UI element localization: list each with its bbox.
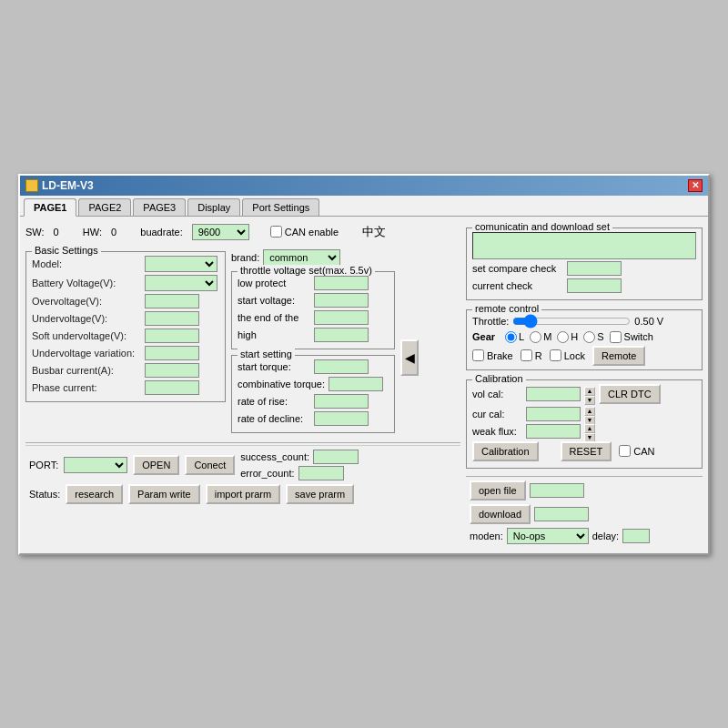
model-select[interactable] (145, 256, 217, 272)
baudrate-select[interactable]: 9600 19200 38400 115200 (192, 224, 249, 240)
r-checkbox[interactable] (521, 349, 532, 361)
brake-checkbox[interactable] (472, 349, 484, 361)
connect-button[interactable]: Conect (185, 455, 235, 475)
save-button[interactable]: save prarm (286, 484, 354, 504)
high-row: high 0 (238, 328, 389, 342)
file-path-input[interactable] (530, 483, 584, 498)
top-bar: SW: 0 HW: 0 buadrate: 9600 19200 38400 1… (25, 222, 460, 242)
overvoltage-input[interactable]: 0 (145, 294, 199, 308)
brand-label: brand: (231, 252, 259, 263)
research-button[interactable]: research (66, 484, 123, 504)
gear-l-label: L (505, 331, 524, 343)
tab-port-settings[interactable]: Port Settings (242, 198, 319, 216)
undervoltage-label: Undervoltage(V): (32, 313, 141, 324)
cur-cal-input[interactable]: 0 (526, 407, 581, 421)
undervoltage-input[interactable]: 0 (145, 311, 199, 326)
hw-label: HW: (83, 227, 102, 238)
import-button[interactable]: import prarm (206, 484, 280, 504)
open-file-button[interactable]: open file (470, 480, 526, 500)
gear-s-radio[interactable] (583, 331, 595, 343)
file-ops-area: open file download moden: No-ops delay: … (466, 472, 703, 548)
weak-flux-row: weak flux: 0 ▲ ▼ (472, 424, 696, 439)
download-input[interactable] (534, 507, 589, 521)
can-enable-checkbox[interactable] (270, 226, 282, 238)
counts-area: success_count: 0 error_count: 0 (240, 450, 359, 480)
close-button[interactable]: ✕ (688, 179, 703, 192)
gear-l-radio[interactable] (505, 331, 517, 343)
start-voltage-row: start voltage: 0 (238, 293, 389, 308)
weak-flux-up[interactable]: ▲ (584, 424, 595, 433)
left-panel: SW: 0 HW: 0 buadrate: 9600 19200 38400 1… (25, 222, 460, 548)
switch-checkbox-label: Switch (610, 331, 653, 343)
calibration-button[interactable]: Calibration (472, 441, 539, 461)
end-input[interactable]: 0 (314, 310, 369, 325)
gear-h-radio[interactable] (557, 331, 569, 343)
low-protect-row: low protect 0 (238, 276, 389, 290)
port-label: PORT: (29, 460, 58, 470)
chinese-label: 中文 (362, 224, 386, 240)
weak-flux-input[interactable]: 0 (526, 424, 581, 439)
remote-button[interactable]: Remote (592, 346, 646, 366)
tab-display[interactable]: Display (187, 198, 240, 216)
arrow-button[interactable]: ◀ (400, 339, 419, 376)
vol-cal-spinner: ▲ ▼ (584, 387, 595, 401)
gear-m-label: M (530, 331, 551, 343)
clr-dtc-button[interactable]: CLR DTC (599, 384, 661, 404)
title-bar-left: LD-EM-V3 (25, 179, 94, 192)
low-protect-label: low protect (238, 278, 310, 288)
tab-page2[interactable]: PAGE2 (78, 198, 131, 216)
set-compare-check-input[interactable] (567, 261, 622, 276)
combinative-torque-input[interactable]: 0 (329, 377, 383, 391)
set-compare-check-row: set compare check (472, 261, 696, 276)
param-write-button[interactable]: Param write (128, 484, 200, 504)
download-button[interactable]: download (470, 504, 531, 524)
soft-undervoltage-row: Soft undervoltage(V): 0 (32, 329, 219, 343)
vol-cal-up[interactable]: ▲ (584, 387, 595, 396)
current-check-input[interactable] (567, 278, 622, 293)
comm-textarea[interactable] (472, 232, 696, 259)
error-count-input[interactable]: 0 (298, 466, 344, 480)
weak-flux-label: weak flux: (472, 426, 522, 437)
phase-current-input[interactable]: 0 (145, 380, 199, 395)
comm-fieldset: comunicatin and download set set compare… (466, 228, 703, 300)
high-input[interactable]: 0 (314, 328, 369, 342)
reset-button[interactable]: RESET (561, 441, 612, 461)
low-protect-input[interactable]: 0 (314, 276, 369, 290)
vol-cal-down[interactable]: ▼ (584, 396, 595, 405)
undervoltage-variation-input[interactable]: 0 (145, 346, 199, 360)
port-select[interactable] (64, 457, 127, 473)
undervoltage-variation-label: Undervoltage variation: (32, 348, 141, 359)
tab-page3[interactable]: PAGE3 (133, 198, 186, 216)
combinative-torque-label: combinative torque: (238, 379, 325, 389)
soft-undervoltage-input[interactable]: 0 (145, 329, 199, 343)
rate-of-rise-input[interactable]: 0 (314, 394, 369, 409)
can-checkbox[interactable] (619, 445, 631, 457)
throttle-voltage-legend: throttle voltage set(max. 5.5v) (238, 265, 375, 276)
start-setting-legend: start setting (238, 349, 295, 359)
start-voltage-input[interactable]: 0 (314, 293, 369, 308)
switch-checkbox[interactable] (610, 331, 622, 343)
set-compare-check-label: set compare check (472, 263, 563, 274)
lock-checkbox[interactable] (550, 349, 561, 361)
start-voltage-label: start voltage: (238, 295, 310, 306)
delay-input[interactable]: 12 (622, 529, 650, 543)
calibration-legend: Calibration (472, 373, 526, 384)
calibration-fieldset: Calibration vol cal: 0 ▲ ▼ CLR DTC cur c… (466, 379, 703, 469)
tab-page1[interactable]: PAGE1 (24, 198, 76, 217)
baudrate-label: buadrate: (140, 227, 182, 238)
moden-select[interactable]: No-ops (507, 528, 589, 544)
throttle-slider[interactable] (512, 314, 631, 329)
start-torque-input[interactable]: 0 (314, 359, 369, 374)
cur-cal-up[interactable]: ▲ (584, 407, 595, 416)
success-count-input[interactable]: 0 (313, 450, 359, 464)
brand-select[interactable]: common (263, 249, 340, 266)
rate-of-decline-input[interactable]: 0 (314, 411, 369, 426)
combinative-torque-row: combinative torque: 0 (238, 377, 389, 391)
busbar-current-input[interactable]: 0 (145, 363, 199, 378)
battery-voltage-row: Battery Voltage(V): (32, 275, 219, 291)
battery-voltage-select[interactable] (145, 275, 217, 291)
open-button[interactable]: OPEN (133, 455, 179, 475)
vol-cal-input[interactable]: 0 (526, 387, 581, 401)
gear-m-radio[interactable] (530, 331, 541, 343)
high-label: high (238, 329, 310, 340)
